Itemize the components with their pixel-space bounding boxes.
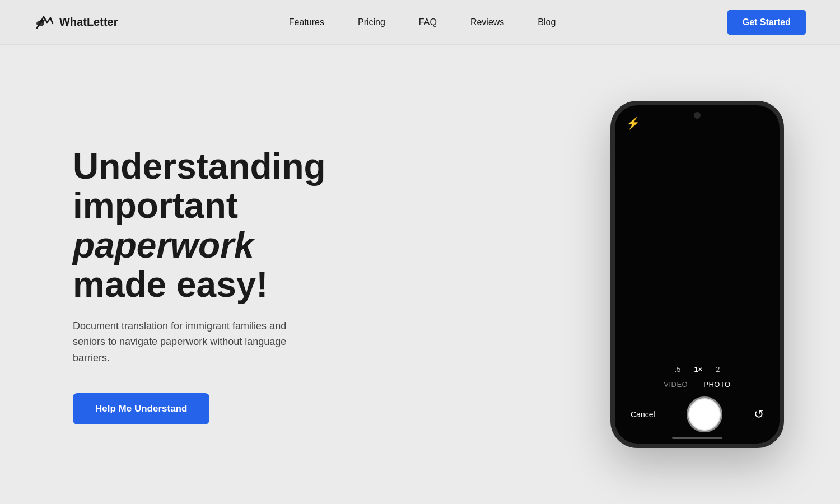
zoom-05[interactable]: .5 <box>675 365 681 374</box>
zoom-controls: .5 1× 2 <box>615 365 780 374</box>
rotate-icon[interactable]: ↺ <box>754 407 764 422</box>
phone-outer: ⚡ .5 1× 2 VIDEO PHOTO Cancel ↺ <box>610 101 784 448</box>
phone-screen: ⚡ .5 1× 2 VIDEO PHOTO Cancel ↺ <box>615 105 780 444</box>
nav-reviews[interactable]: Reviews <box>470 17 504 27</box>
shutter-inner <box>689 399 720 430</box>
navbar: WhatLetter Features Pricing FAQ Reviews … <box>0 0 840 45</box>
logo-text: WhatLetter <box>59 16 118 29</box>
get-started-button[interactable]: Get Started <box>727 10 806 35</box>
hero-title-line1: Understanding important <box>73 146 326 226</box>
nav-features[interactable]: Features <box>289 17 324 27</box>
hero-subtitle: Document translation for immigrant famil… <box>73 318 314 366</box>
phone-home-bar <box>672 437 722 439</box>
mode-photo[interactable]: PHOTO <box>703 380 731 389</box>
nav-blog[interactable]: Blog <box>538 17 556 27</box>
phone-mockup: ⚡ .5 1× 2 VIDEO PHOTO Cancel ↺ <box>610 101 784 448</box>
hero-title-italic: paperwork <box>73 225 254 265</box>
camera-mode-row: VIDEO PHOTO <box>615 380 780 389</box>
camera-controls-row: Cancel ↺ <box>615 396 780 432</box>
nav-faq[interactable]: FAQ <box>419 17 437 27</box>
hero-title-line3: made easy! <box>73 264 268 305</box>
nav-links: Features Pricing FAQ Reviews Blog <box>289 17 556 27</box>
flash-icon: ⚡ <box>626 116 640 130</box>
hero-content: Understanding important paperwork made e… <box>73 124 420 424</box>
phone-notch <box>694 112 701 119</box>
shutter-button[interactable] <box>687 396 722 432</box>
hero-cta-button[interactable]: Help Me Understand <box>73 393 209 424</box>
mode-video[interactable]: VIDEO <box>664 380 688 389</box>
zoom-1x[interactable]: 1× <box>694 365 702 374</box>
zoom-2x[interactable]: 2 <box>716 365 720 374</box>
hero-section: Understanding important paperwork made e… <box>0 45 840 504</box>
camera-cancel[interactable]: Cancel <box>631 410 655 419</box>
hero-title: Understanding important paperwork made e… <box>73 147 420 305</box>
nav-pricing[interactable]: Pricing <box>358 17 385 27</box>
logo[interactable]: WhatLetter <box>34 12 118 32</box>
logo-icon <box>34 12 54 32</box>
